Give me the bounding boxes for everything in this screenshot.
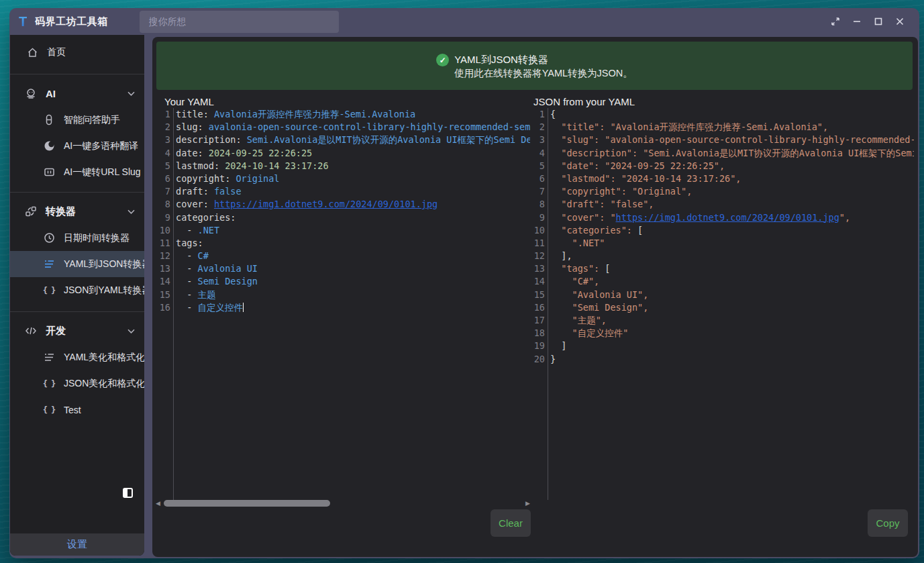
sidebar-item-ai-qa[interactable]: 智能问答助手: [10, 107, 144, 133]
braces-icon: { }: [43, 378, 55, 390]
code-line[interactable]: 7draft: false: [156, 185, 530, 198]
code-line[interactable]: 7 "copyright": "Original",: [530, 185, 914, 198]
code-line[interactable]: 15 "Avalonia UI",: [530, 289, 914, 301]
chevron-down-icon[interactable]: [127, 209, 135, 214]
settings-link[interactable]: 设置: [67, 538, 87, 551]
code-line[interactable]: 14 "C#",: [530, 275, 914, 288]
code-line[interactable]: 10 "categories": [: [530, 224, 914, 237]
scroll-right-icon[interactable]: ▶: [523, 500, 530, 507]
line-number: 9: [156, 211, 170, 224]
close-icon[interactable]: [890, 12, 910, 31]
line-number: 16: [156, 301, 170, 314]
code-line[interactable]: 1title: Avalonia开源控件库强力推荐-Semi.Avalonia: [156, 108, 530, 121]
scrollbar-track[interactable]: [162, 500, 523, 507]
list-icon: [43, 352, 55, 364]
search-input[interactable]: [140, 11, 339, 33]
sidebar-item-json-to-yaml[interactable]: { }JSON到YAML转换器: [10, 277, 144, 303]
json-pane-header: JSON from your YAML: [533, 96, 635, 108]
code-line[interactable]: 3description: Semi.Avalonia是以MIT协议开源的Ava…: [156, 134, 530, 146]
app-logo-icon: T: [13, 13, 32, 30]
sidebar-item-home[interactable]: 首页: [10, 40, 144, 64]
code-line[interactable]: 18 "自定义控件": [530, 327, 914, 340]
code-line[interactable]: 14 - Semi Design: [156, 275, 530, 288]
code-line[interactable]: 6 "lastmod": "2024-10-14 23:17:26",: [530, 172, 914, 185]
line-number: 12: [156, 250, 170, 262]
sidebar-item-yaml-beautify[interactable]: YAML美化和格式化: [10, 344, 144, 370]
sidebar-item-label: AI一键转URL Slug: [64, 166, 141, 178]
code-line[interactable]: 16 "Semi Design",: [530, 301, 914, 314]
yaml-horizontal-scrollbar[interactable]: ◀ ▶: [156, 499, 530, 508]
line-number: 16: [530, 301, 545, 314]
code-line[interactable]: 2slug: avalonia-open-source-control-libr…: [156, 121, 530, 134]
clear-button[interactable]: Clear: [491, 509, 531, 537]
line-number: 4: [156, 147, 170, 160]
code-line[interactable]: 8 "draft": "false",: [530, 198, 914, 211]
sidebar-item-label: YAML到JSON转换器: [64, 258, 144, 270]
chevron-down-icon[interactable]: [127, 91, 135, 96]
text-caret: [243, 303, 244, 312]
line-number: 11: [530, 237, 545, 250]
sidebar-item-datetime-converter[interactable]: 日期时间转换器: [10, 225, 144, 251]
collapse-sidebar-icon[interactable]: [123, 488, 133, 498]
code-line[interactable]: 11tags:: [156, 237, 530, 250]
pill-icon: [43, 114, 55, 126]
yaml-editor[interactable]: 1title: Avalonia开源控件库强力推荐-Semi.Avalonia2…: [156, 108, 530, 500]
line-number: 3: [530, 134, 545, 146]
sidebar-item-label: 日期时间转换器: [64, 232, 130, 244]
sidebar-section-ai[interactable]: AI: [10, 80, 144, 107]
code-line[interactable]: 20}: [530, 353, 914, 366]
braces-icon: { }: [43, 285, 55, 297]
code-line[interactable]: 9 "cover": "https://img1.dotnet9.com/202…: [530, 211, 914, 224]
copy-button[interactable]: Copy: [868, 509, 908, 537]
home-icon: [26, 46, 38, 58]
sidebar-item-label: JSON到YAML转换器: [64, 285, 144, 297]
code-line[interactable]: 17 "主题",: [530, 314, 914, 327]
braces-icon: { }: [43, 404, 55, 416]
sidebar-item-json-beautify[interactable]: { }JSON美化和格式化: [10, 370, 144, 397]
code-line[interactable]: 10 - .NET: [156, 224, 530, 237]
sidebar-item-yaml-to-json[interactable]: YAML到JSON转换器: [10, 251, 144, 277]
code-line[interactable]: 5 "date": "2024-09-25 22:26:25",: [530, 160, 914, 172]
code-line[interactable]: 5lastmod: 2024-10-14 23:17:26: [156, 160, 530, 172]
chevron-down-icon[interactable]: [127, 329, 135, 334]
maximize-icon[interactable]: [868, 12, 888, 31]
sidebar-item-test[interactable]: { }Test: [10, 397, 144, 423]
line-number: 10: [156, 224, 170, 237]
code-line[interactable]: 12 ],: [530, 250, 914, 262]
code-line[interactable]: 4date: 2024-09-25 22:26:25: [156, 147, 530, 160]
sidebar-divider: [10, 192, 144, 193]
line-number: 4: [530, 147, 545, 160]
expand-window-icon[interactable]: [825, 12, 845, 31]
sidebar-item-ai-translate[interactable]: AI一键多语种翻译: [10, 133, 144, 159]
sidebar-section-converters[interactable]: 转换器: [10, 198, 144, 225]
line-number: 17: [530, 314, 545, 327]
line-number: 2: [530, 121, 545, 134]
line-number: 8: [530, 198, 545, 211]
json-output[interactable]: 1{2 "title": "Avalonia开源控件库强力推荐-Semi.Ava…: [530, 108, 914, 500]
sidebar-item-ai-url-slug[interactable]: AI一键转URL Slug: [10, 159, 144, 185]
code-line[interactable]: 15 - 主题: [156, 289, 530, 301]
code-line[interactable]: 2 "title": "Avalonia开源控件库强力推荐-Semi.Avalo…: [530, 121, 914, 134]
sidebar-divider: [10, 74, 144, 74]
code-line[interactable]: 3 "slug": "avalonia-open-source-control-…: [530, 134, 914, 146]
code-line[interactable]: 16 - 自定义控件: [156, 301, 530, 314]
code-line[interactable]: 12 - C#: [156, 250, 530, 262]
transform-icon: [25, 205, 37, 217]
json-gutter-divider: [548, 108, 548, 500]
code-line[interactable]: 8cover: https://img1.dotnet9.com/2024/09…: [156, 198, 530, 211]
code-line[interactable]: 6copyright: Original: [156, 172, 530, 185]
code-line[interactable]: 13 - Avalonia UI: [156, 262, 530, 275]
code-line[interactable]: 19 ]: [530, 340, 914, 352]
line-number: 19: [530, 340, 545, 352]
scrollbar-thumb[interactable]: [164, 500, 330, 507]
code-line[interactable]: 4 "description": "Semi.Avalonia是以MIT协议开源…: [530, 147, 914, 160]
titlebar[interactable]: T 码界工坊工具箱: [9, 8, 919, 35]
sidebar-section-dev[interactable]: 开发: [10, 317, 144, 344]
code-line[interactable]: 11 ".NET": [530, 237, 914, 250]
section-label: 开发: [46, 325, 66, 338]
code-line[interactable]: 13 "tags": [: [530, 262, 914, 275]
code-line[interactable]: 9categories:: [156, 211, 530, 224]
code-line[interactable]: 1{: [530, 108, 914, 121]
scroll-left-icon[interactable]: ◀: [156, 500, 162, 507]
minimize-icon[interactable]: [847, 12, 867, 31]
